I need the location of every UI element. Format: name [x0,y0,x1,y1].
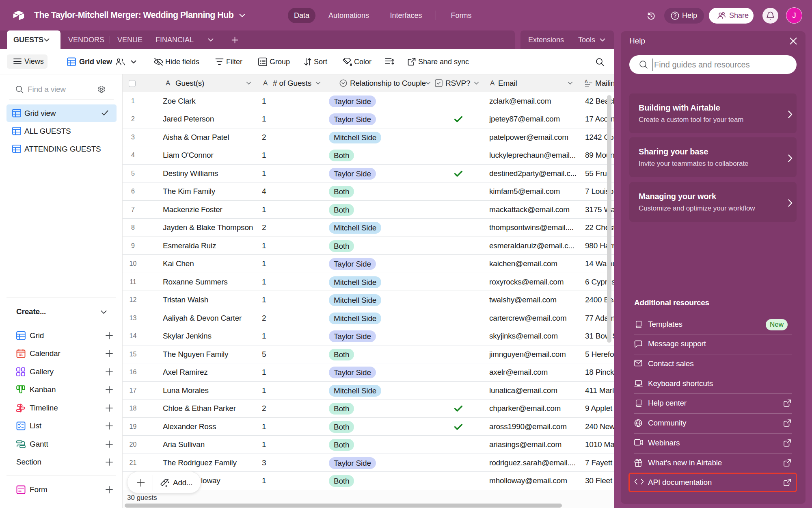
svg-text:31: 31 [19,353,23,357]
svg-text:A: A [585,79,588,84]
